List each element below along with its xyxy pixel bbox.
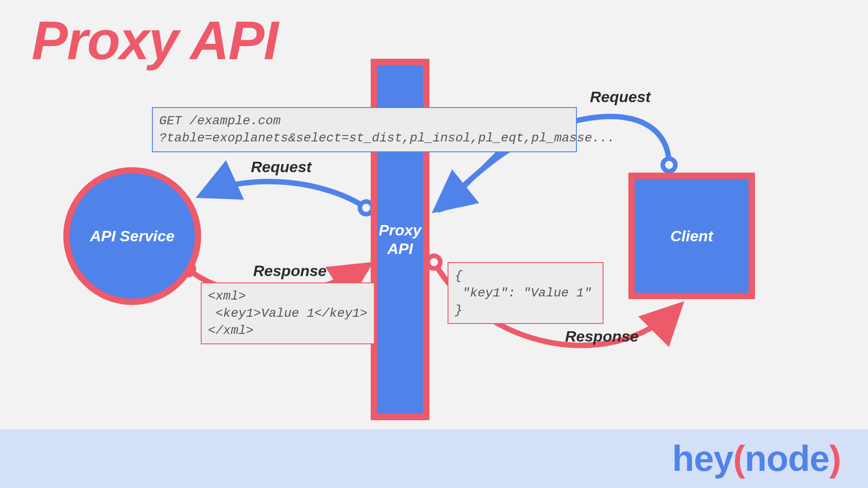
svg-point-3: [428, 256, 440, 268]
label-response-left: Response: [253, 262, 327, 280]
svg-point-0: [663, 159, 675, 171]
xml-response-callout: <xml> <key1>Value 1</key1> </xml>: [201, 282, 375, 344]
label-request-right: Request: [590, 88, 651, 106]
diagram-stage: Proxy API API Service Proxy: [0, 0, 868, 488]
api-service-node: API Service: [63, 167, 201, 305]
json-response-callout: { "key1": "Value 1" }: [448, 262, 604, 324]
footer-bar: hey(node): [0, 429, 868, 488]
label-response-right: Response: [565, 328, 639, 345]
brand-close-paren: ): [829, 438, 841, 479]
diagram-title: Proxy API: [32, 9, 278, 71]
brand-node: node: [745, 438, 829, 479]
brand-open-paren: (: [733, 438, 745, 479]
client-label: Client: [670, 227, 713, 245]
brand-hey: hey: [672, 438, 733, 479]
label-request-left: Request: [251, 158, 311, 176]
proxy-api-label: Proxy API: [379, 221, 422, 258]
client-node: Client: [628, 173, 755, 299]
get-request-callout: GET /example.com ?table=exoplanets&selec…: [152, 107, 577, 152]
arrow-proxy-to-api: [203, 182, 366, 208]
api-service-label: API Service: [90, 227, 175, 245]
brand-logo: hey(node): [672, 438, 841, 479]
